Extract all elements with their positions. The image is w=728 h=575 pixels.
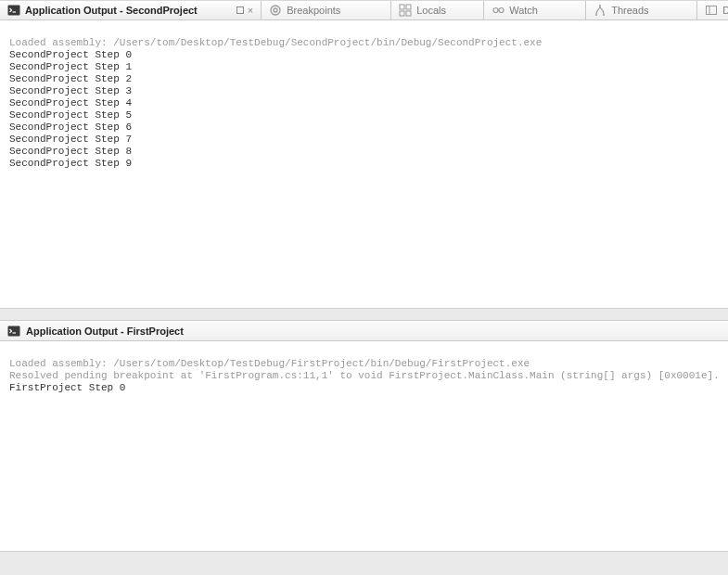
top-pane: Application Output - SecondProject × Bre… (0, 0, 728, 308)
tab-locals[interactable]: Locals (391, 1, 484, 19)
pane-divider[interactable] (0, 308, 728, 321)
bottom-header-title: Application Output - FirstProject (26, 326, 184, 337)
bottom-output: Loaded assembly: /Users/tom/Desktop/Test… (0, 341, 728, 400)
watch-icon (492, 4, 504, 17)
tab-label: De (722, 5, 728, 16)
output-line: SecondProject Step 9 (9, 158, 132, 169)
tab-application-output[interactable]: Application Output - SecondProject × (0, 1, 262, 19)
svg-point-9 (499, 8, 504, 13)
output-line: SecondProject Step 8 (9, 146, 132, 157)
svg-point-13 (599, 5, 601, 6)
svg-point-8 (493, 8, 498, 13)
output-line-assembly: Loaded assembly: /Users/tom/Desktop/Test… (9, 358, 530, 369)
top-output: Loaded assembly: /Users/tom/Desktop/Test… (0, 20, 728, 175)
svg-rect-4 (400, 5, 404, 9)
tab-close-icon[interactable]: × (248, 6, 253, 16)
tab-watch[interactable]: Watch (484, 1, 586, 19)
tab-label: Locals (416, 5, 446, 16)
tab-controls: × (236, 6, 253, 16)
output-line: SecondProject Step 0 (9, 49, 132, 60)
bottom-pane: Application Output - FirstProject Loaded… (0, 321, 728, 575)
tab-debug[interactable]: De (697, 1, 728, 19)
terminal-icon (7, 325, 20, 338)
output-line: SecondProject Step 1 (9, 61, 132, 72)
status-bar (0, 551, 728, 575)
locals-icon (399, 4, 412, 17)
bottom-header: Application Output - FirstProject (0, 321, 728, 341)
svg-rect-0 (8, 6, 20, 16)
svg-rect-7 (406, 11, 411, 16)
svg-rect-16 (8, 326, 20, 336)
tab-label: Breakpoints (287, 5, 340, 16)
threads-icon (594, 4, 607, 17)
svg-rect-6 (400, 11, 404, 16)
output-line: SecondProject Step 5 (9, 109, 132, 121)
svg-rect-14 (707, 6, 717, 15)
svg-point-2 (271, 6, 280, 15)
svg-point-3 (274, 8, 277, 12)
output-line: SecondProject Step 4 (9, 97, 132, 109)
svg-point-12 (603, 14, 605, 16)
tab-label: Threads (611, 5, 648, 16)
output-line: FirstProject Step 0 (9, 382, 125, 393)
output-line: SecondProject Step 3 (9, 85, 132, 96)
svg-point-11 (595, 14, 597, 16)
tab-threads[interactable]: Threads (586, 1, 697, 19)
tab-label: Application Output - SecondProject (25, 5, 198, 16)
breakpoint-icon (269, 4, 282, 17)
tab-bar: Application Output - SecondProject × Bre… (0, 0, 728, 20)
output-line: SecondProject Step 7 (9, 134, 132, 145)
output-line-resolved: Resolved pending breakpoint at 'FirstPro… (9, 370, 720, 381)
tab-minimize-icon[interactable] (236, 6, 244, 14)
panel-icon (705, 4, 718, 17)
tab-breakpoints[interactable]: Breakpoints (262, 1, 391, 19)
svg-rect-5 (406, 5, 411, 9)
output-line: SecondProject Step 2 (9, 73, 132, 84)
output-line: SecondProject Step 6 (9, 121, 132, 133)
terminal-icon (7, 4, 20, 17)
tab-label: Watch (509, 5, 538, 16)
output-line-assembly: Loaded assembly: /Users/tom/Desktop/Test… (9, 37, 542, 48)
